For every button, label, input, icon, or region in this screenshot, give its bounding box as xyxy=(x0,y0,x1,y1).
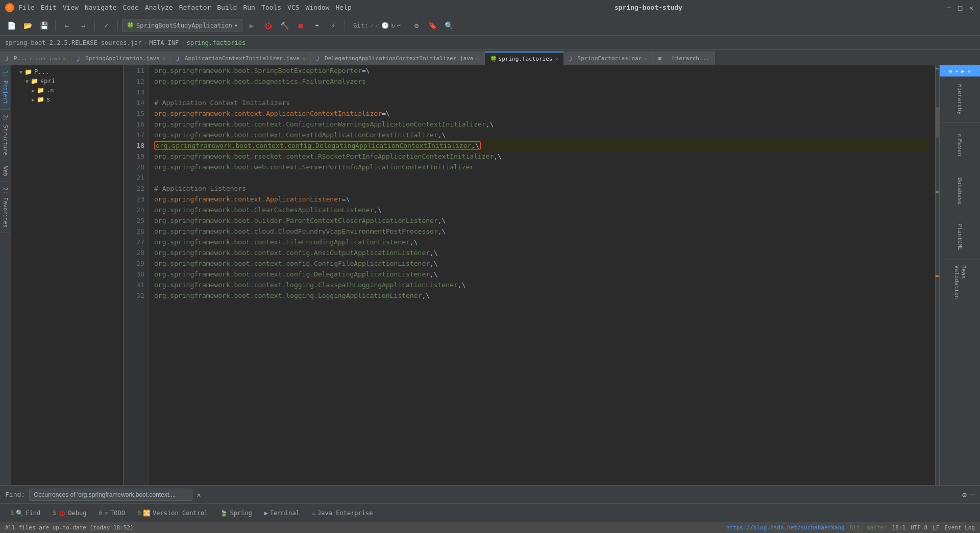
tree-item-s[interactable]: ▶ 📁 s xyxy=(11,95,123,104)
tab-springfactories-loader[interactable]: J SpringFactoriesLoac ✕ xyxy=(564,52,653,65)
tab-appctxinit[interactable]: J ApplicationContextInitializer.java ✕ xyxy=(171,52,311,65)
toolbar-back[interactable]: ← xyxy=(60,18,74,33)
find-settings-button[interactable]: ⚙ xyxy=(962,491,966,499)
window-controls[interactable]: ─ □ ✕ xyxy=(945,4,975,11)
status-encoding: UTF-8 xyxy=(911,524,927,531)
scrollbar-thumb[interactable] xyxy=(936,107,939,138)
right-panel-maven[interactable]: mMaven xyxy=(940,122,980,168)
toolbar-revert[interactable]: ✓ xyxy=(99,18,113,33)
right-panel-bean-validation[interactable]: Bean Validation xyxy=(940,260,980,321)
code-line-13 xyxy=(154,87,930,97)
tree-item-spri[interactable]: ▼ 📁 spri xyxy=(11,77,123,86)
toolbar-sep5 xyxy=(405,20,405,31)
find-minimize-button[interactable]: ─ xyxy=(971,491,975,499)
menu-window[interactable]: Window xyxy=(306,4,330,11)
tab-label-5: spring.factories xyxy=(499,56,553,62)
run-button[interactable]: ▶ xyxy=(244,18,259,33)
menu-help[interactable]: Help xyxy=(336,4,352,11)
settings-button[interactable]: ⚙ xyxy=(409,18,424,33)
tool-todo[interactable]: 6 ☑ TODO xyxy=(94,507,130,519)
menu-code[interactable]: Code xyxy=(123,4,139,11)
breadcrumb-file[interactable]: spring.factories xyxy=(187,39,246,46)
build-button[interactable]: 🔨 xyxy=(277,18,291,33)
tab-clizer[interactable]: J P... clizer.java ✕ xyxy=(0,52,71,65)
code-content[interactable]: 11 12 13 14 15 16 17 18 19 20 21 22 23 2… xyxy=(124,65,939,485)
tabs-bar: J P... clizer.java ✕ J SpringApplication… xyxy=(0,50,980,65)
bookmark-button[interactable]: 🔖 xyxy=(426,18,440,33)
scroll-marker-2 xyxy=(936,191,939,193)
breadcrumb-jar[interactable]: spring-boot-2.2.5.RELEASE-sources.jar xyxy=(5,39,141,46)
tree-item-n[interactable]: ▶ 📁 .n xyxy=(11,86,123,95)
menu-build[interactable]: Build xyxy=(217,4,237,11)
toolbar-save[interactable]: 💾 xyxy=(37,18,51,33)
ln-26: 26 xyxy=(128,226,144,237)
vtab-project[interactable]: 1: Project xyxy=(1,65,10,110)
tab-more[interactable]: ≡ xyxy=(653,52,667,65)
tab-close-3[interactable]: ✕ xyxy=(302,56,305,61)
title-bar: 🔶 File Edit View Navigate Code Analyze R… xyxy=(0,0,980,15)
profile-button[interactable]: ⚡ xyxy=(326,18,340,33)
git-refresh: ↻ xyxy=(391,22,395,29)
right-panel-database[interactable]: Database xyxy=(940,168,980,214)
tab-close-1[interactable]: ✕ xyxy=(63,56,66,61)
debug-button[interactable]: 🐞 xyxy=(261,18,275,33)
right-panel-hierarchy[interactable]: Hierarchy xyxy=(940,77,980,122)
todo-number: 6 xyxy=(99,510,103,517)
menu-edit[interactable]: Edit xyxy=(40,4,56,11)
menu-run[interactable]: Run xyxy=(243,4,255,11)
tool-find[interactable]: 3 🔍 Find xyxy=(5,507,45,519)
tool-spring[interactable]: 🍃 Spring xyxy=(215,507,257,519)
tool-version-control[interactable]: 9 🔀 Version Control xyxy=(132,507,213,519)
vtab-favorites[interactable]: 2: Favorites xyxy=(1,182,10,233)
tab-close-2[interactable]: ✕ xyxy=(162,56,165,61)
toolbar-sep1 xyxy=(55,20,56,31)
stop-button[interactable]: ■ xyxy=(293,18,308,33)
tab-close-6[interactable]: ✕ xyxy=(644,56,647,61)
code-line-32: org.springframework.boot.context.logging… xyxy=(154,290,930,301)
tool-terminal[interactable]: ▶ Terminal xyxy=(259,507,305,519)
breadcrumb-meta[interactable]: META-INF xyxy=(150,39,179,46)
toolbar-new-file[interactable]: 📄 xyxy=(4,18,18,33)
tool-java-enterprise[interactable]: ☕ Java Enterprise xyxy=(307,507,378,519)
event-log-button[interactable]: Event Log xyxy=(944,524,975,531)
tab-delegating[interactable]: J DelegatingApplicationContextInitialize… xyxy=(311,52,484,65)
status-url[interactable]: https://blog.csdn.net/suchahaerkang xyxy=(726,524,845,531)
tab-spring-factories[interactable]: 🍀 spring.factories ✕ xyxy=(485,52,564,65)
code-line-26: org.springframework.boot.cloud.CloudFoun… xyxy=(154,226,930,237)
right-panel-plantuml[interactable]: PlantUML xyxy=(940,214,980,260)
maximize-button[interactable]: □ xyxy=(957,4,964,11)
tab-springapp[interactable]: J SpringApplication.java ✕ xyxy=(71,52,171,65)
menu-tools[interactable]: Tools xyxy=(261,4,281,11)
vtab-web[interactable]: Web xyxy=(1,161,10,182)
menu-analyze[interactable]: Analyze xyxy=(145,4,173,11)
left-vertical-tabs: 1: Project 2: Structure Web 2: Favorites xyxy=(0,65,11,485)
vtab-structure[interactable]: 2: Structure xyxy=(1,110,10,161)
coverage-button[interactable]: ☂ xyxy=(310,18,324,33)
tab-close-5[interactable]: ✕ xyxy=(555,56,558,62)
tab-hierarchy[interactable]: Hierarch... xyxy=(667,52,715,65)
code-line-23: org.springframework.context.ApplicationL… xyxy=(154,194,930,205)
run-configuration-dropdown[interactable]: 🍀 SpringBootStudyApplication ▾ xyxy=(122,19,242,32)
find-close-button[interactable]: ✕ xyxy=(197,491,201,499)
menu-refactor[interactable]: Refactor xyxy=(179,4,211,11)
find-input[interactable] xyxy=(29,489,192,501)
menu-navigate[interactable]: Navigate xyxy=(85,4,117,11)
toolbar-forward[interactable]: → xyxy=(76,18,90,33)
menu-bar[interactable]: File Edit View Navigate Code Analyze Ref… xyxy=(18,4,352,11)
menu-file[interactable]: File xyxy=(18,4,34,11)
menu-vcs[interactable]: VCS xyxy=(287,4,299,11)
toolbar-open[interactable]: 📂 xyxy=(20,18,35,33)
tool-debug[interactable]: 5 🐞 Debug xyxy=(47,507,91,519)
minimize-button[interactable]: ─ xyxy=(945,4,952,11)
tree-item-root[interactable]: ▼ 📁 P... xyxy=(11,67,123,77)
tab-close-4[interactable]: ✕ xyxy=(476,56,479,61)
code-editor[interactable]: org.springframework.boot.SpringBootExcep… xyxy=(149,65,935,485)
status-git[interactable]: Git: master xyxy=(850,524,887,531)
scrollbar[interactable] xyxy=(935,65,939,485)
search-everywhere-button[interactable]: 🔍 xyxy=(442,18,456,33)
run-config-label: SpringBootStudyApplication xyxy=(136,22,232,29)
menu-view[interactable]: View xyxy=(63,4,79,11)
close-button[interactable]: ✕ xyxy=(968,4,975,11)
tab-label-3: ApplicationContextInitializer.java xyxy=(185,55,300,62)
ln-32: 32 xyxy=(128,290,144,301)
